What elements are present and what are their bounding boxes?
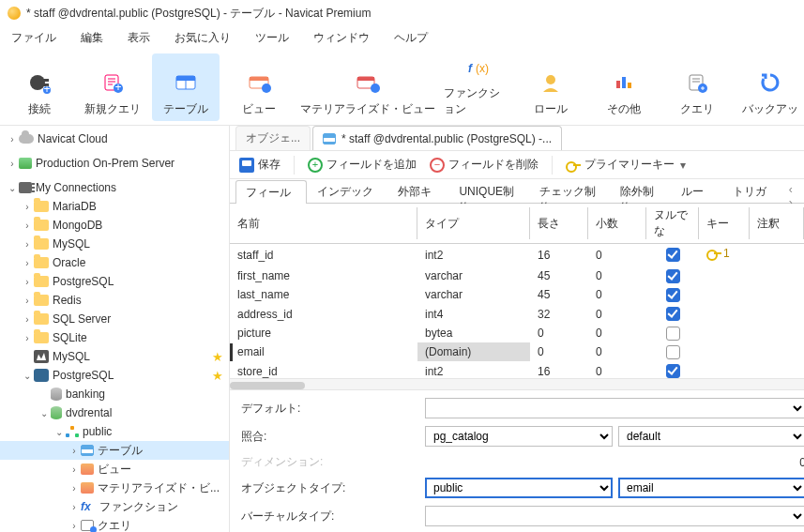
col-comment[interactable]: 注釈	[750, 204, 804, 244]
tool-other[interactable]: その他	[590, 53, 658, 121]
cell-dec[interactable]: 0	[588, 244, 646, 266]
tool-query[interactable]: クエリ	[663, 53, 731, 121]
cell-type[interactable]: int2	[417, 244, 530, 266]
notnull-checkbox[interactable]	[666, 364, 680, 378]
tree-node-db-dvdrental[interactable]: ⌄ dvdrental	[0, 403, 229, 422]
notnull-checkbox[interactable]	[666, 288, 680, 302]
collapse-icon[interactable]: ⌄	[6, 183, 19, 193]
field-row[interactable]: first_namevarchar450	[230, 266, 804, 285]
tree-node-functions[interactable]: ›fx ファンクション	[0, 497, 229, 516]
col-dec[interactable]: 小数	[588, 204, 646, 244]
cell-type[interactable]: varchar	[417, 285, 530, 304]
menu-window[interactable]: ウィンドウ	[313, 30, 370, 46]
menu-tool[interactable]: ツール	[255, 30, 289, 46]
cell-name[interactable]: last_name	[230, 285, 417, 304]
expand-icon[interactable]: ›	[68, 446, 81, 456]
subtab-7[interactable]: トリガー	[722, 179, 783, 203]
field-row[interactable]: store_idint2160	[230, 361, 804, 378]
tool-backup[interactable]: バックアッ	[736, 53, 804, 121]
delete-field-button[interactable]: −フィールドを削除	[430, 157, 539, 173]
expand-icon[interactable]: ›	[68, 521, 81, 531]
field-row[interactable]: email(Domain)00	[230, 342, 804, 361]
tree-node-schema-public[interactable]: ⌄ public	[0, 422, 229, 441]
menu-file[interactable]: ファイル	[11, 30, 56, 46]
collapse-icon[interactable]: ⌄	[21, 371, 34, 381]
cell-len[interactable]: 0	[530, 324, 588, 342]
tree-node-onprem[interactable]: › Production On-Prem Server	[0, 154, 229, 173]
tree-node-folder-oracle[interactable]: ›Oracle	[0, 253, 229, 272]
prop-virtualtype-select[interactable]	[425, 506, 804, 526]
cell-name[interactable]: email	[230, 342, 417, 361]
horizontal-scrollbar[interactable]	[230, 378, 804, 390]
field-row[interactable]: last_namevarchar450	[230, 285, 804, 304]
tree-node-folder-mysql[interactable]: ›MySQL	[0, 235, 229, 253]
cell-notnull[interactable]	[646, 361, 699, 378]
cell-comment[interactable]	[750, 304, 804, 323]
tool-mview[interactable]: マテリアライズド・ビュー	[298, 53, 438, 121]
expand-icon[interactable]: ›	[21, 277, 34, 287]
prop-default-select[interactable]	[425, 398, 804, 418]
col-type[interactable]: タイプ	[417, 204, 530, 244]
cell-name[interactable]: address_id	[230, 304, 417, 323]
cell-comment[interactable]	[750, 342, 804, 361]
cell-dec[interactable]: 0	[588, 324, 646, 342]
cell-dec[interactable]: 0	[588, 342, 646, 361]
subtab-0[interactable]: フィールド	[235, 180, 307, 204]
prop-objecttype-name-select[interactable]: email	[618, 478, 804, 498]
primary-key-button[interactable]: プライマリーキー▾	[566, 157, 686, 173]
notnull-checkbox[interactable]	[666, 269, 680, 283]
expand-icon[interactable]: ›	[6, 134, 19, 144]
cell-len[interactable]: 45	[530, 266, 588, 285]
cell-dec[interactable]: 0	[588, 361, 646, 378]
cell-notnull[interactable]	[646, 244, 699, 266]
cell-len[interactable]: 32	[530, 304, 588, 323]
cell-type[interactable]: int2	[417, 361, 530, 378]
cell-dec[interactable]: 0	[588, 266, 646, 285]
subtab-5[interactable]: 除外制約	[610, 179, 671, 203]
tool-plug[interactable]: +接続	[6, 53, 73, 121]
tree-node-myconn[interactable]: ⌄ My Connections	[0, 178, 229, 197]
menu-help[interactable]: ヘルプ	[394, 30, 428, 46]
field-row[interactable]: staff_idint21601	[230, 244, 804, 266]
tree-node-mviews[interactable]: › マテリアライズド・ビ...	[0, 479, 229, 497]
cell-len[interactable]: 0	[530, 342, 588, 361]
cell-comment[interactable]	[750, 266, 804, 285]
cell-notnull[interactable]	[646, 285, 699, 304]
tree-node-folder-sqlite[interactable]: ›SQLite	[0, 328, 229, 347]
cell-type[interactable]: int4	[417, 304, 530, 323]
notnull-checkbox[interactable]	[666, 307, 680, 321]
expand-icon[interactable]: ›	[21, 258, 34, 268]
cell-type[interactable]: bytea	[417, 324, 530, 342]
save-button[interactable]: 保存	[239, 157, 281, 173]
expand-icon[interactable]: ›	[21, 220, 34, 231]
tree-node-mysql-fav[interactable]: MySQL ★	[0, 347, 229, 366]
expand-icon[interactable]: ›	[68, 502, 81, 512]
add-field-button[interactable]: +フィールドを追加	[308, 157, 417, 173]
cell-name[interactable]: staff_id	[230, 244, 417, 266]
expand-icon[interactable]: ›	[21, 202, 34, 212]
tree-node-cloud[interactable]: › Navicat Cloud	[0, 129, 229, 148]
collapse-icon[interactable]: ⌄	[53, 427, 66, 437]
subtab-4[interactable]: チェック制約	[529, 179, 611, 203]
subtab-scroll-arrows[interactable]: ‹ ›	[783, 179, 804, 203]
col-name[interactable]: 名前	[230, 204, 417, 244]
cell-notnull[interactable]	[646, 324, 699, 342]
tool-table[interactable]: テーブル	[152, 53, 220, 121]
tab-objects[interactable]: オブジェ...	[235, 126, 311, 150]
prop-collate-name-select[interactable]: default	[618, 426, 804, 447]
expand-icon[interactable]: ›	[21, 314, 34, 325]
expand-icon[interactable]: ›	[21, 333, 34, 343]
tool-view[interactable]: ビュー	[225, 53, 293, 121]
subtab-1[interactable]: インデックス	[307, 179, 388, 203]
collapse-icon[interactable]: ⌄	[38, 408, 51, 418]
tool-role[interactable]: ロール	[517, 53, 584, 121]
tool-query-new[interactable]: +新規クエリ	[79, 53, 146, 121]
expand-icon[interactable]: ›	[68, 483, 81, 494]
expand-icon[interactable]: ›	[68, 464, 81, 475]
notnull-checkbox[interactable]	[666, 345, 680, 359]
cell-name[interactable]: store_id	[230, 361, 417, 378]
expand-icon[interactable]: ›	[21, 296, 34, 306]
fields-grid[interactable]: 名前 タイプ 長さ 小数 ヌルでな キー 注釈 staff_idint21601…	[230, 204, 804, 378]
subtab-6[interactable]: ルール	[671, 179, 721, 203]
cell-len[interactable]: 16	[530, 244, 588, 266]
